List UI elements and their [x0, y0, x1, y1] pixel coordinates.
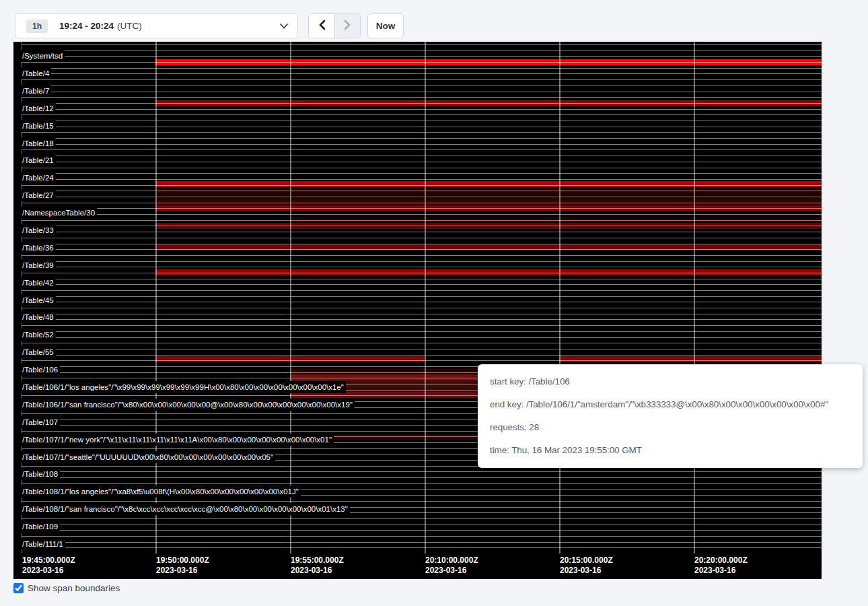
- span-boundary-line: [22, 86, 822, 86]
- span-boundary-line: [22, 249, 822, 250]
- span-boundary-line: [22, 73, 822, 74]
- span-boundary-line: [22, 149, 822, 150]
- row-label: /Table/109: [22, 520, 60, 533]
- range-label: 19:24 - 20:24: [59, 21, 114, 31]
- span-boundary-line: [22, 471, 822, 472]
- span-boundary-line: [22, 518, 822, 519]
- chevron-down-icon: [280, 24, 288, 29]
- row-label: /Table/106/1/"san francisco"/"\x80\x00\x…: [22, 399, 355, 411]
- x-axis-tick-label: 19:45:00.000Z 2023-03-16: [22, 556, 75, 576]
- span-boundary-line: [22, 208, 822, 209]
- heat-band[interactable]: [559, 356, 822, 362]
- span-boundary-line: [22, 337, 822, 338]
- span-boundary-line: [22, 179, 822, 180]
- span-boundary-line: [22, 109, 822, 110]
- span-boundary-line: [22, 349, 822, 349]
- span-boundary-line: [22, 255, 822, 256]
- row-label: /Table/107/1/"new york"/"\x11\x11\x11\x1…: [22, 434, 334, 446]
- span-boundary-line: [22, 536, 822, 537]
- key-visualizer-canvas[interactable]: /System/tsd/Table/4/Table/7/Table/12/Tab…: [13, 42, 822, 553]
- time-grid-line: [425, 42, 426, 553]
- span-boundary-line: [22, 238, 822, 238]
- span-boundary-line: [22, 203, 822, 203]
- span-boundary-line: [22, 302, 822, 302]
- x-axis-tick-label: 20:10:00.000Z 2023-03-16: [425, 556, 478, 576]
- time-window-nav: [308, 13, 361, 38]
- span-boundary-line: [22, 220, 822, 221]
- span-tooltip: start key: /Table/106 end key: /Table/10…: [478, 364, 863, 468]
- row-label: /Table/107: [22, 416, 60, 428]
- prev-window-button[interactable]: [309, 14, 334, 38]
- span-boundary-line: [22, 483, 822, 484]
- span-boundary-line: [22, 191, 822, 191]
- span-boundary-line: [22, 185, 822, 186]
- span-boundary-line: [22, 542, 822, 543]
- show-span-boundaries-label: Show span boundaries: [28, 583, 120, 593]
- heat-band[interactable]: [155, 181, 822, 187]
- row-label: /Table/33: [22, 224, 56, 236]
- tooltip-start-key: start key: /Table/106: [490, 370, 851, 393]
- time-grid-line: [155, 42, 157, 553]
- span-boundary-line: [22, 477, 822, 478]
- chevron-right-icon: [344, 20, 351, 32]
- span-boundary-line: [22, 144, 822, 145]
- show-span-boundaries[interactable]: Show span boundaries: [13, 583, 120, 593]
- span-boundary-line: [22, 44, 822, 45]
- key-visualizer-chart: /System/tsd/Table/4/Table/7/Table/12/Tab…: [13, 42, 822, 579]
- row-label: /Table/111/1: [22, 538, 65, 550]
- time-grid-line: [559, 42, 560, 553]
- row-label: /Table/18: [22, 137, 56, 149]
- show-span-boundaries-checkbox[interactable]: [13, 583, 24, 593]
- span-boundary-line: [22, 127, 822, 127]
- span-boundary-line: [22, 138, 822, 139]
- span-boundary-line: [22, 284, 822, 285]
- row-label: /Table/55: [22, 346, 56, 358]
- span-boundary-line: [22, 360, 822, 361]
- range-duration-badge: 1h: [26, 20, 48, 33]
- span-boundary-line: [22, 267, 822, 267]
- x-axis: 19:45:00.000Z 2023-03-1619:50:00.000Z 20…: [13, 553, 822, 579]
- row-label: /Table/107/1/"seattle"/"UUUUUUD\x00\x80\…: [22, 451, 275, 463]
- span-boundary-line: [22, 314, 822, 314]
- row-label: /Table/52: [22, 329, 56, 341]
- span-boundary-line: [22, 114, 822, 115]
- span-boundary-line: [22, 226, 822, 226]
- row-label: /Table/21: [22, 154, 56, 166]
- span-boundary-line: [22, 214, 822, 215]
- span-boundary-line: [22, 232, 822, 232]
- span-boundary-line: [22, 162, 822, 162]
- now-button[interactable]: Now: [367, 13, 404, 38]
- row-label: /Table/12: [22, 102, 56, 114]
- toolbar: 1h 19:24 - 20:24 (UTC) Now: [0, 0, 868, 42]
- span-boundary-line: [22, 501, 822, 502]
- row-label: /Table/36: [22, 242, 56, 254]
- row-label: /Table/45: [22, 294, 56, 306]
- span-boundary-line: [22, 62, 822, 63]
- x-axis-tick-label: 19:55:00.000Z 2023-03-16: [291, 556, 344, 576]
- row-label: /Table/27: [22, 189, 56, 201]
- row-label: /Table/108/1/"los angeles"/"\xa8\xf5\u00…: [22, 485, 301, 498]
- span-boundary-line: [22, 525, 822, 525]
- span-boundary-line: [22, 197, 822, 197]
- next-window-button[interactable]: [334, 14, 360, 38]
- span-boundary-line: [22, 296, 822, 297]
- span-boundary-line: [22, 92, 822, 92]
- time-range-dropdown[interactable]: 1h 19:24 - 20:24 (UTC): [15, 13, 298, 38]
- span-boundary-line: [22, 279, 822, 279]
- row-label: /NamespaceTable/30: [22, 207, 97, 219]
- x-axis-tick-label: 20:20:00.000Z 2023-03-16: [694, 556, 748, 576]
- span-boundary-line: [22, 261, 822, 262]
- span-boundary-line: [22, 97, 822, 98]
- tooltip-time: time: Thu, 16 Mar 2023 19:55:00 GMT: [490, 439, 851, 462]
- span-boundary-line: [22, 290, 822, 291]
- span-boundary-line: [22, 530, 822, 531]
- row-label: /Table/4: [22, 67, 51, 79]
- span-boundary-line: [22, 168, 822, 168]
- span-boundary-line: [22, 68, 822, 69]
- span-boundary-line: [22, 156, 822, 156]
- row-label: /Table/7: [22, 85, 51, 97]
- span-boundary-line: [22, 132, 822, 133]
- row-label: /Table/48: [22, 311, 56, 323]
- row-label: /Table/106/1/"los angeles"/"\x99\x99\x99…: [22, 381, 346, 393]
- row-label: /System/tsd: [22, 50, 65, 62]
